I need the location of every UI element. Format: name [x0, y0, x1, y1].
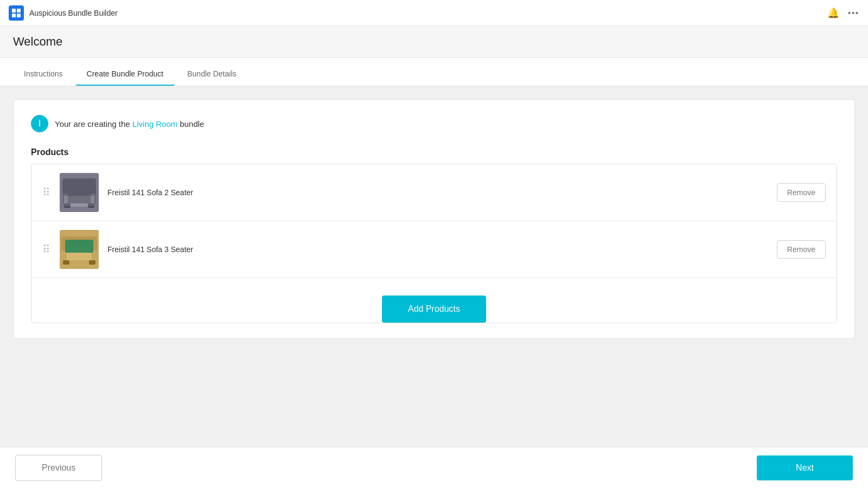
welcome-heading: Welcome [13, 35, 855, 49]
app-logo [9, 5, 24, 21]
svg-rect-5 [62, 178, 96, 200]
bell-icon[interactable]: 🔔 [827, 7, 839, 19]
svg-rect-18 [89, 260, 95, 265]
info-text-after: bundle [177, 119, 204, 129]
products-list: Freistil 141 Sofa 2 Seater Remove [31, 164, 837, 323]
tabs-bar: Instructions Create Bundle Product Bundl… [0, 58, 868, 86]
tab-bundle-details[interactable]: Bundle Details [176, 62, 247, 86]
more-icon[interactable]: ••• [848, 9, 859, 17]
main-content: i Your are creating the Living Room bund… [0, 86, 868, 447]
footer-nav: Previous Next [0, 447, 868, 488]
info-text-before: Your are creating the [55, 119, 132, 129]
topbar: Auspicious Bundle Builder 🔔 ••• [0, 0, 868, 26]
info-banner: i Your are creating the Living Room bund… [31, 115, 837, 132]
topbar-left: Auspicious Bundle Builder [9, 5, 118, 21]
drag-handle-2[interactable] [42, 243, 51, 256]
svg-rect-0 [12, 9, 16, 12]
drag-handle-1[interactable] [42, 186, 51, 199]
svg-rect-17 [63, 260, 69, 265]
topbar-right: 🔔 ••• [827, 7, 859, 19]
products-label: Products [31, 147, 837, 157]
remove-button-sofa3[interactable]: Remove [777, 240, 826, 259]
info-icon: i [31, 115, 48, 132]
svg-rect-9 [64, 203, 71, 208]
svg-rect-7 [62, 194, 68, 204]
add-products-row: Add Products [31, 296, 837, 323]
svg-rect-8 [91, 194, 96, 204]
table-row: Freistil 141 Sofa 2 Seater Remove [31, 164, 837, 221]
welcome-bar: Welcome [0, 26, 868, 58]
tab-create-bundle[interactable]: Create Bundle Product [76, 62, 175, 86]
info-text: Your are creating the Living Room bundle [55, 119, 204, 129]
product-thumbnail-sofa2 [60, 173, 99, 212]
app-title-text: Auspicious Bundle Builder [29, 9, 118, 17]
tab-instructions[interactable]: Instructions [13, 62, 74, 86]
bundle-name-link[interactable]: Living Room [132, 119, 177, 129]
table-row: Freistil 141 Sofa 3 Seater Remove [31, 221, 837, 278]
svg-rect-10 [88, 203, 94, 208]
add-products-button[interactable]: Add Products [382, 296, 486, 323]
product-thumbnail-sofa3 [60, 230, 99, 269]
sofa2-image [60, 173, 99, 212]
remove-button-sofa2[interactable]: Remove [777, 183, 826, 202]
previous-button[interactable]: Previous [15, 455, 102, 481]
next-button[interactable]: Next [757, 455, 853, 480]
product-name-sofa3: Freistil 141 Sofa 3 Seater [107, 245, 768, 254]
svg-rect-2 [12, 14, 16, 17]
svg-rect-3 [17, 14, 21, 17]
main-card: i Your are creating the Living Room bund… [13, 99, 855, 339]
product-name-sofa2: Freistil 141 Sofa 2 Seater [107, 188, 768, 197]
logo-icon [11, 8, 21, 18]
svg-rect-13 [63, 253, 95, 260]
svg-rect-6 [64, 196, 94, 203]
svg-rect-16 [65, 240, 93, 253]
sofa3-image [60, 230, 99, 269]
svg-rect-1 [17, 9, 21, 12]
